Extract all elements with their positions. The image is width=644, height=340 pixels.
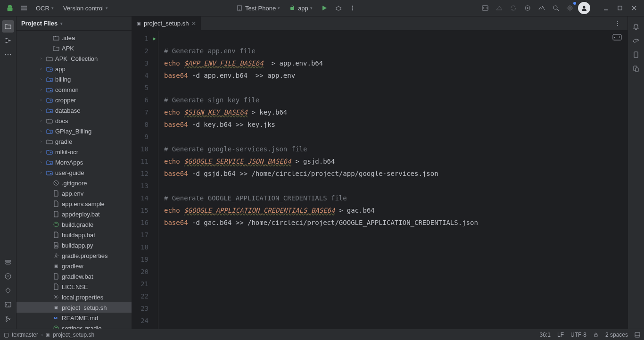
code-line[interactable]: echo $APP_ENV_FILE_BASE64 > app.env.b64 [164,57,627,69]
vcs-dropdown[interactable]: Version control ▾ [59,3,112,14]
terminal-tool-button[interactable] [2,299,14,311]
notifications-tool-button[interactable] [630,20,642,33]
profiler-icon[interactable] [536,2,548,14]
tree-item[interactable]: ▣project_setup.sh [17,302,132,313]
tree-arrow-icon[interactable]: › [38,118,44,123]
code-line[interactable]: base64 -d gsjd.b64 >> /home/circleci/pro… [164,167,627,180]
bookmarks-tool-button[interactable] [2,256,14,268]
line-number[interactable]: 6 [132,94,158,106]
line-number[interactable]: 10 [132,143,158,155]
line-number[interactable]: 5 [132,82,158,94]
tree-item[interactable]: ›user-guide [17,167,132,178]
line-number[interactable]: 16 [132,216,158,229]
code-line[interactable]: base64 -d key.b64 >> key.jks [164,118,627,131]
sync-icon[interactable] [507,2,520,14]
tree-item[interactable]: pybuildapp.py [17,240,132,250]
tree-item[interactable]: ›database [17,105,132,116]
code-line[interactable]: # Generate sign key file [164,94,627,106]
code-line[interactable] [164,241,627,253]
tree-item[interactable]: M↓README.md [17,313,132,323]
account-icon[interactable] [578,2,590,14]
more-tool-button[interactable] [2,49,14,61]
tree-item[interactable]: ›cropper [17,95,132,105]
maximize-icon[interactable] [614,2,626,14]
diamond-tool-button[interactable] [2,284,14,297]
run-config-selector[interactable]: app ▾ [286,3,316,14]
tree-item[interactable]: app.env.sample [17,199,132,209]
indent-setting[interactable]: 2 spaces [605,332,628,338]
minimize-icon[interactable] [600,2,612,14]
code-line[interactable] [164,33,627,45]
tree-item[interactable]: ›docs [17,116,132,126]
line-number[interactable]: 1 [132,33,158,45]
tree-item[interactable]: ›billing [17,74,132,84]
tab-more-icon[interactable] [611,17,624,30]
line-number[interactable]: 4 [132,69,158,82]
code-line[interactable]: echo $GOOGLE_APPLICATION_CREDENTIALS_BAS… [164,204,627,216]
tree-arrow-icon[interactable]: › [38,170,44,175]
tree-item[interactable]: appdeploy.bat [17,209,132,219]
tree-arrow-icon[interactable]: › [38,66,44,71]
editor-tab[interactable]: ▣ project_setup.sh ✕ [132,17,201,30]
gutter[interactable]: 123456789101112131415161718192021222324 [132,31,158,329]
structure-tool-button[interactable] [2,34,14,47]
line-number[interactable]: 7 [132,106,158,118]
breadcrumb-root[interactable]: textmaster [12,332,38,338]
tree-item[interactable]: .idea [17,33,132,43]
gradle-tool-button[interactable] [630,34,642,47]
tree-item[interactable]: .gitignore [17,178,132,188]
code-with-me-icon[interactable] [479,2,491,14]
close-icon[interactable] [628,2,640,14]
line-number[interactable]: 2 [132,45,158,57]
project-panel-header[interactable]: Project Files ▾ [17,17,132,31]
editor-body[interactable]: 123456789101112131415161718192021222324 … [132,31,627,329]
tree-arrow-icon[interactable]: › [38,87,44,92]
code-line[interactable]: # Generate GOOGLE_APPLICATION_CREDENTIAL… [164,192,627,204]
tree-item[interactable]: ›common [17,84,132,95]
code-line[interactable] [164,278,627,290]
tree-arrow-icon[interactable]: › [38,108,44,113]
avd-icon[interactable] [521,2,534,14]
tree-item[interactable]: settings.gradle [17,323,132,329]
line-number[interactable]: 18 [132,241,158,253]
tree-arrow-icon[interactable]: › [38,56,44,61]
tree-item[interactable]: ›mlkit-ocr [17,147,132,157]
settings-icon[interactable] [564,2,576,14]
line-number[interactable]: 3 [132,57,158,69]
build-icon[interactable] [493,2,505,14]
android-logo-icon[interactable] [4,2,16,14]
tree-item[interactable]: app.env [17,188,132,199]
tree-item[interactable]: LICENSE [17,282,132,292]
code-line[interactable]: echo $GOOGLE_SERVICE_JSON_BASE64 > gsjd.… [164,155,627,167]
line-number[interactable]: 14 [132,192,158,204]
search-icon[interactable] [550,2,562,14]
tree-arrow-icon[interactable]: › [38,98,44,102]
debug-button[interactable] [332,2,345,14]
code-line[interactable]: base64 -d gac.b64 >> /home/circleci/proj… [164,216,627,229]
code-line[interactable] [164,131,627,143]
cursor-position[interactable]: 36:1 [540,332,551,338]
line-number[interactable]: 24 [132,315,158,327]
code-line[interactable] [164,253,627,265]
tree-arrow-icon[interactable]: › [38,139,44,144]
line-separator[interactable]: LF [557,332,564,338]
project-dropdown[interactable]: OCR ▾ [32,3,58,14]
code-content[interactable]: # Generate app.env fileecho $APP_ENV_FIL… [158,31,627,329]
line-number[interactable]: 9 [132,131,158,143]
tree-arrow-icon[interactable]: › [38,129,44,133]
project-tool-button[interactable] [2,20,14,33]
line-number[interactable]: 20 [132,265,158,278]
close-tab-icon[interactable]: ✕ [191,20,196,27]
tree-item[interactable]: ›gradle [17,136,132,147]
code-line[interactable] [164,302,627,315]
tree-item[interactable]: ›GPlay_Billing [17,126,132,136]
line-number[interactable]: 11 [132,155,158,167]
main-menu-icon[interactable] [18,2,30,14]
line-number[interactable]: 8 [132,118,158,131]
code-line[interactable] [164,290,627,302]
tree-item[interactable]: gradlew.bat [17,271,132,282]
code-line[interactable] [164,180,627,192]
code-line[interactable]: # Generate google-services.json file [164,143,627,155]
tree-item[interactable]: build.gradle [17,219,132,230]
tree-item[interactable]: buildapp.bat [17,230,132,240]
